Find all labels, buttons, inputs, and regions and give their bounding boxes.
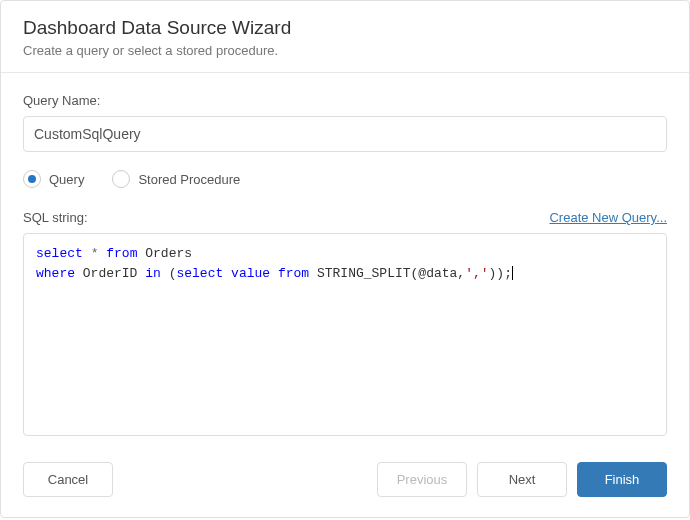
query-name-label: Query Name:: [23, 93, 667, 108]
radio-stored-procedure[interactable]: Stored Procedure: [112, 170, 240, 188]
previous-button: Previous: [377, 462, 467, 497]
create-new-query-link[interactable]: Create New Query...: [549, 210, 667, 225]
wizard-dialog: Dashboard Data Source Wizard Create a qu…: [0, 0, 690, 518]
wizard-title: Dashboard Data Source Wizard: [23, 17, 667, 39]
footer-right: Previous Next Finish: [377, 462, 667, 497]
wizard-header: Dashboard Data Source Wizard Create a qu…: [1, 1, 689, 73]
wizard-subtitle: Create a query or select a stored proced…: [23, 43, 667, 58]
radio-stored-procedure-label: Stored Procedure: [138, 172, 240, 187]
sql-editor[interactable]: select * from Orders where OrderID in (s…: [23, 233, 667, 436]
cancel-button[interactable]: Cancel: [23, 462, 113, 497]
sql-header: SQL string: Create New Query...: [23, 210, 667, 225]
wizard-footer: Cancel Previous Next Finish: [1, 446, 689, 517]
finish-button[interactable]: Finish: [577, 462, 667, 497]
sql-label: SQL string:: [23, 210, 88, 225]
mode-radio-group: Query Stored Procedure: [23, 170, 667, 188]
next-button[interactable]: Next: [477, 462, 567, 497]
radio-query-label: Query: [49, 172, 84, 187]
wizard-content: Query Name: Query Stored Procedure SQL s…: [1, 73, 689, 446]
radio-icon: [23, 170, 41, 188]
query-name-input[interactable]: [23, 116, 667, 152]
radio-icon: [112, 170, 130, 188]
radio-query[interactable]: Query: [23, 170, 84, 188]
